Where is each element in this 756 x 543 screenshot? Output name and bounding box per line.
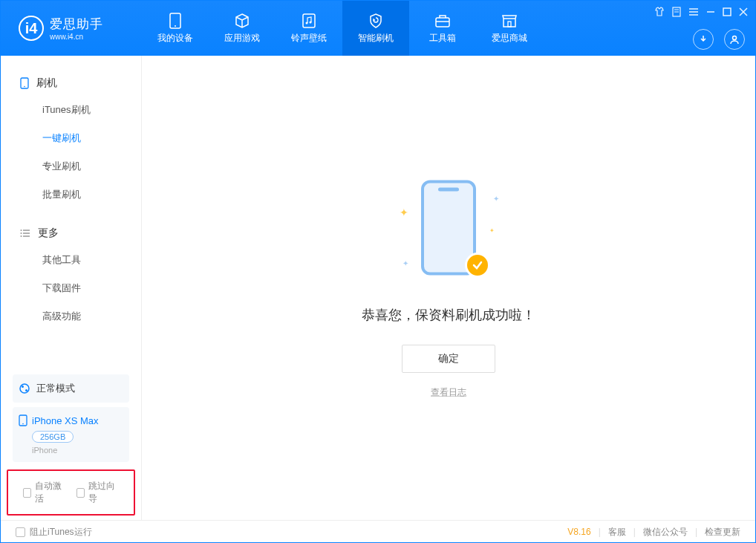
svg-point-29 bbox=[25, 389, 27, 391]
svg-rect-7 bbox=[508, 22, 511, 27]
sidebar-item-oneclick[interactable]: 一键刷机 bbox=[1, 124, 141, 152]
phone-icon bbox=[20, 77, 29, 89]
block-itunes-label[interactable]: 阻止iTunes运行 bbox=[30, 526, 92, 539]
svg-point-18 bbox=[733, 36, 737, 40]
statusbar: 阻止iTunes运行 V8.16 | 客服 | 微信公众号 | 检查更新 bbox=[1, 520, 755, 543]
device-icon bbox=[19, 414, 27, 426]
svg-point-31 bbox=[22, 423, 24, 425]
highlighted-options: 自动激活 跳过向导 bbox=[7, 469, 135, 516]
cube-icon bbox=[234, 13, 250, 29]
success-message: 恭喜您，保资料刷机成功啦！ bbox=[362, 306, 535, 324]
mode-status[interactable]: 正常模式 bbox=[13, 374, 129, 403]
shirt-icon[interactable] bbox=[654, 7, 665, 17]
nav-label: 智能刷机 bbox=[358, 32, 394, 45]
device-type: iPhone bbox=[32, 446, 123, 455]
checkbox-icon bbox=[76, 488, 85, 498]
sparkle-icon: ✦ bbox=[493, 195, 499, 203]
nav-label: 铃声壁纸 bbox=[291, 32, 327, 45]
nav-tab-ringtones[interactable]: 铃声壁纸 bbox=[276, 1, 342, 56]
version-label: V8.16 bbox=[567, 527, 590, 537]
logo-icon: i4 bbox=[19, 16, 44, 41]
device-name: iPhone XS Max bbox=[32, 415, 99, 426]
svg-point-28 bbox=[22, 386, 24, 388]
checkbox-label: 自动激活 bbox=[35, 480, 65, 505]
checkbox-label: 跳过向导 bbox=[88, 480, 119, 505]
device-panel[interactable]: iPhone XS Max 256GB iPhone bbox=[13, 407, 129, 462]
window-controls bbox=[654, 7, 748, 17]
svg-point-4 bbox=[310, 21, 312, 23]
body: 刷机 iTunes刷机 一键刷机 专业刷机 批量刷机 更多 其他工具 下载固件 … bbox=[1, 56, 755, 520]
sparkle-icon: ✦ bbox=[489, 227, 495, 234]
checkbox-auto-activate[interactable]: 自动激活 bbox=[23, 480, 66, 505]
svg-rect-2 bbox=[303, 14, 315, 27]
checkbox-skip-guide[interactable]: 跳过向导 bbox=[76, 480, 120, 505]
device-icon bbox=[167, 13, 183, 29]
update-link[interactable]: 检查更新 bbox=[705, 526, 740, 539]
minimize-icon[interactable] bbox=[706, 7, 715, 16]
svg-point-27 bbox=[20, 384, 29, 393]
ok-button[interactable]: 确定 bbox=[402, 345, 495, 373]
mode-label: 正常模式 bbox=[36, 382, 75, 395]
checkbox-icon[interactable] bbox=[16, 527, 25, 537]
group-title: 更多 bbox=[38, 227, 59, 240]
svg-point-25 bbox=[21, 233, 22, 234]
download-button[interactable] bbox=[693, 29, 714, 50]
svg-point-1 bbox=[175, 25, 176, 27]
view-log-link[interactable]: 查看日志 bbox=[431, 386, 466, 399]
note-icon[interactable] bbox=[672, 7, 681, 17]
toolbox-icon bbox=[434, 13, 451, 29]
nav-tab-apps[interactable]: 应用游戏 bbox=[209, 1, 276, 56]
svg-rect-5 bbox=[436, 18, 449, 27]
svg-point-3 bbox=[306, 22, 308, 24]
nav-tab-device[interactable]: 我的设备 bbox=[142, 1, 209, 56]
sidebar-item-firmware[interactable]: 下载固件 bbox=[1, 274, 141, 302]
svg-point-26 bbox=[21, 235, 22, 237]
mode-icon bbox=[19, 383, 30, 394]
sparkle-icon: ✦ bbox=[403, 259, 408, 267]
nav-label: 应用游戏 bbox=[224, 32, 260, 45]
header-actions bbox=[693, 29, 745, 50]
music-icon bbox=[301, 13, 317, 29]
device-storage: 256GB bbox=[32, 431, 74, 443]
app-title: 爱思助手 bbox=[50, 16, 103, 33]
sidebar-group-more[interactable]: 更多 bbox=[1, 221, 141, 246]
support-link[interactable]: 客服 bbox=[608, 526, 626, 539]
success-illustration: ✦ ✦ ✦ ✦ bbox=[382, 177, 515, 288]
svg-rect-15 bbox=[723, 8, 731, 16]
menu-icon[interactable] bbox=[688, 7, 699, 16]
check-badge-icon bbox=[465, 253, 490, 278]
sidebar-item-batch[interactable]: 批量刷机 bbox=[1, 181, 141, 209]
nav-label: 工具箱 bbox=[429, 32, 456, 45]
store-icon bbox=[501, 13, 518, 29]
list-icon bbox=[20, 229, 30, 238]
app-subtitle: www.i4.cn bbox=[50, 33, 103, 41]
logo[interactable]: i4 爱思助手 www.i4.cn bbox=[1, 16, 142, 41]
nav-tab-store[interactable]: 爱思商城 bbox=[476, 1, 543, 56]
close-icon[interactable] bbox=[739, 7, 748, 16]
checkbox-icon bbox=[23, 488, 31, 498]
svg-point-24 bbox=[21, 230, 22, 231]
user-button[interactable] bbox=[724, 29, 745, 50]
wechat-link[interactable]: 微信公众号 bbox=[643, 526, 688, 539]
sidebar-group-flash[interactable]: 刷机 bbox=[1, 71, 141, 96]
nav-tab-flash[interactable]: 智能刷机 bbox=[342, 1, 409, 56]
header: i4 爱思助手 www.i4.cn 我的设备 应用游戏 铃声壁纸 智能刷机 工具… bbox=[1, 1, 755, 56]
nav-tab-toolbox[interactable]: 工具箱 bbox=[409, 1, 476, 56]
sparkle-icon: ✦ bbox=[400, 207, 408, 218]
nav-label: 我的设备 bbox=[157, 32, 193, 45]
sidebar-item-other[interactable]: 其他工具 bbox=[1, 246, 141, 274]
sidebar-item-pro[interactable]: 专业刷机 bbox=[1, 152, 141, 181]
sidebar-item-itunes[interactable]: iTunes刷机 bbox=[1, 96, 141, 124]
sidebar-item-advanced[interactable]: 高级功能 bbox=[1, 302, 141, 331]
svg-point-20 bbox=[24, 86, 25, 88]
group-title: 刷机 bbox=[36, 77, 57, 90]
maximize-icon[interactable] bbox=[723, 7, 731, 16]
nav-label: 爱思商城 bbox=[492, 32, 527, 45]
sidebar: 刷机 iTunes刷机 一键刷机 专业刷机 批量刷机 更多 其他工具 下载固件 … bbox=[1, 56, 142, 520]
shield-icon bbox=[368, 13, 384, 29]
main-content: ✦ ✦ ✦ ✦ 恭喜您，保资料刷机成功啦！ 确定 查看日志 bbox=[142, 56, 755, 520]
nav-tabs: 我的设备 应用游戏 铃声壁纸 智能刷机 工具箱 爱思商城 bbox=[142, 1, 543, 56]
